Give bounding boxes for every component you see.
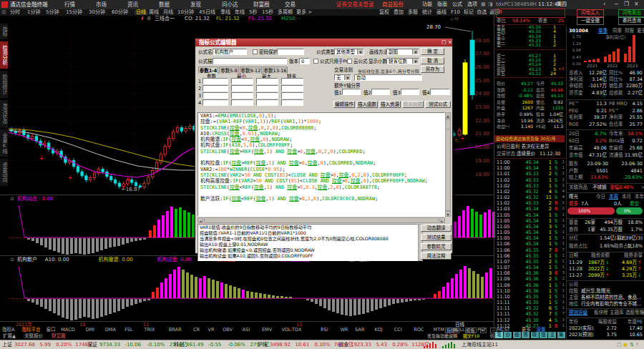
dialog-close-icon[interactable]: × [448, 40, 452, 45]
v2-input[interactable] [371, 89, 390, 95]
menu-item-7[interactable]: 交易 [285, 2, 296, 8]
cancel-all-button[interactable]: 一键全撤 [577, 17, 604, 25]
tray-icon-2[interactable]: ⇅ [630, 343, 634, 348]
restore-icon[interactable]: ❐ [624, 1, 629, 7]
dropdown-arrow-icon[interactable]: ▼ [412, 59, 419, 64]
indicator-tab-窗口[interactable]: 窗口 [47, 328, 56, 333]
mini-btn-2[interactable]: + [480, 328, 487, 333]
dialog-title[interactable]: 指标公式编辑器 [195, 39, 452, 46]
subtab-2[interactable]: 财富圈 [52, 334, 66, 339]
period-tab-分时[interactable]: 分时 [10, 10, 20, 15]
mini-link-1[interactable]: 图文F10 [463, 334, 479, 338]
tool-3[interactable]: 统计 [422, 10, 432, 15]
scrollbar[interactable]: ▲ [445, 112, 451, 118]
indicator-tab-指标平台[interactable]: 指标平台 [21, 328, 40, 333]
param-tab-3[interactable]: 参数13-16 [263, 67, 288, 74]
password-protect-checkbox[interactable] [253, 49, 258, 54]
period-tab-更多 >[interactable]: 更多 > [296, 10, 312, 15]
period-tab-30分钟[interactable]: 30分钟 [89, 10, 105, 15]
param-input-3-0[interactable] [203, 99, 228, 106]
period-tab-年线[interactable]: 年线 [235, 10, 245, 15]
param-input-1-3[interactable] [281, 85, 303, 92]
menu-item-2[interactable]: 资讯 [127, 2, 138, 8]
server-name[interactable]: 上海双线主站11 [462, 343, 498, 348]
code-editor[interactable]: VAR1:=EMA(EMA(CLOSE,9),9);控盘:=(VAR1-REF(… [197, 112, 445, 217]
password-input[interactable] [277, 49, 304, 55]
period-tab-日线[interactable]: 日线 [135, 10, 147, 15]
dynamic-translate-button[interactable]: 动态翻译 [421, 225, 452, 232]
scrollbar[interactable]: ◄ [197, 217, 203, 223]
test-formula-button[interactable]: 测试公式 [425, 101, 451, 108]
ok-button[interactable]: 确 定 [421, 48, 444, 55]
index-name-2[interactable]: 科创 [174, 343, 184, 348]
period-tab-1分钟[interactable]: 1分钟 [27, 10, 40, 15]
dialog-maximize-icon[interactable]: □ [441, 40, 447, 45]
tool-0[interactable]: 复权 [379, 10, 389, 15]
param-input-0-1[interactable] [231, 78, 253, 84]
indicator-tab-DMI[interactable]: DMI [85, 328, 94, 333]
tick-tab-笔[interactable]: 笔 [495, 332, 503, 338]
period-tab-60分钟[interactable]: 60分钟 [112, 10, 128, 15]
side-tab-5[interactable]: 资金动向 [0, 159, 8, 186]
gear-icon[interactable]: ⚙ [147, 16, 151, 21]
indicator-tab-CCI[interactable]: CCI [394, 328, 402, 333]
version-input[interactable]: 0 [299, 58, 310, 64]
param-wizard-button[interactable]: 参数精灵 [421, 243, 452, 250]
tool-5[interactable]: F10 [451, 10, 460, 15]
scrollbar[interactable] [445, 118, 451, 211]
param-tab-0[interactable]: 参数1-4 [198, 67, 218, 74]
scrollbar[interactable] [445, 119, 451, 129]
mini-link-0[interactable]: 普及版功能说明 [427, 334, 457, 338]
tool-1[interactable]: 叠加 [394, 10, 404, 15]
side-tab-3[interactable]: 混沌状态 [0, 100, 8, 127]
grid-icon[interactable]: ▦ [481, 2, 486, 7]
indicator-panel-institution-retail[interactable]: ⊙机构散户A10: 0.00机构撤退: 0.00机构试盘: 0.00机构拉盘: … [9, 256, 494, 321]
cancel-button[interactable]: 取 消 [421, 57, 444, 64]
param-tab-1[interactable]: 参数5-8 [219, 67, 239, 74]
indicator-tab-VR[interactable]: VR [208, 328, 215, 333]
tick-tab-主[interactable]: 主 [548, 332, 556, 338]
rule-select[interactable]: 无▼ [334, 74, 351, 81]
right-menu-0[interactable]: 功能 [422, 2, 432, 7]
tick-tab-势[interactable]: 势 [522, 332, 530, 338]
param-input-0-3[interactable] [281, 78, 303, 84]
indicator-tab-TRIX[interactable]: TRIX [145, 328, 155, 333]
scrollbar[interactable]: ► [439, 217, 445, 223]
period-tab-15秒[interactable]: 15秒 [262, 10, 273, 15]
tool-6[interactable]: 标记 [464, 10, 474, 15]
param-input-2-1[interactable] [231, 92, 253, 99]
side-tab-1[interactable]: 检测分析 [0, 41, 8, 69]
indicator-tab-WR[interactable]: WR [340, 328, 348, 333]
v1-input[interactable] [342, 89, 361, 95]
period-tab-多周期[interactable]: 多周期 [278, 10, 293, 15]
panel-icon[interactable]: ◨ [488, 2, 493, 7]
test-result-button[interactable]: 测试结果 [421, 234, 452, 241]
scrollbar[interactable] [204, 217, 439, 223]
flash-buy-button[interactable]: 闪电买入 [577, 9, 604, 17]
right-menu-1[interactable]: 版面 [437, 2, 447, 7]
tool-2[interactable]: 多股 [408, 10, 418, 15]
indicator-tab-RSI[interactable]: RSI [321, 328, 328, 333]
v4-input[interactable] [430, 89, 450, 95]
param-input-1-1[interactable] [231, 85, 253, 92]
tray-icon-3[interactable]: ! [636, 343, 638, 348]
menu-item-3[interactable]: 数据 [159, 2, 170, 8]
flash-sell-button[interactable]: 闪电卖出 [618, 9, 644, 17]
menu-item-0[interactable]: 行情 [64, 2, 75, 8]
insert-res-button[interactable]: 插入资源 [379, 101, 401, 108]
v3-input[interactable] [401, 89, 419, 95]
layout-icon[interactable]: ▥ [1, 10, 6, 15]
tool-4[interactable]: 画线 [436, 10, 447, 15]
indicator-tab-KDJ[interactable]: KDJ [374, 328, 382, 333]
period-tab-5分钟[interactable]: 5分钟 [46, 10, 59, 15]
menu-item-1[interactable]: 市场 [96, 2, 107, 8]
period-tab-月线[interactable]: 月线 [163, 10, 173, 15]
formula-type-select[interactable]: 其他类型▼ [334, 49, 364, 55]
index-name-4[interactable]: 创业 [338, 343, 348, 348]
save-as-button[interactable]: 另存为 [421, 66, 444, 73]
scrollbar[interactable]: ▼ [445, 211, 451, 217]
menu-item-4[interactable]: 发现 [190, 2, 201, 8]
param-input-3-3[interactable] [281, 99, 303, 106]
param-input-3-1[interactable] [231, 99, 253, 106]
indicator-tab-VOL-TDX[interactable]: VOL-TDX [281, 328, 301, 333]
